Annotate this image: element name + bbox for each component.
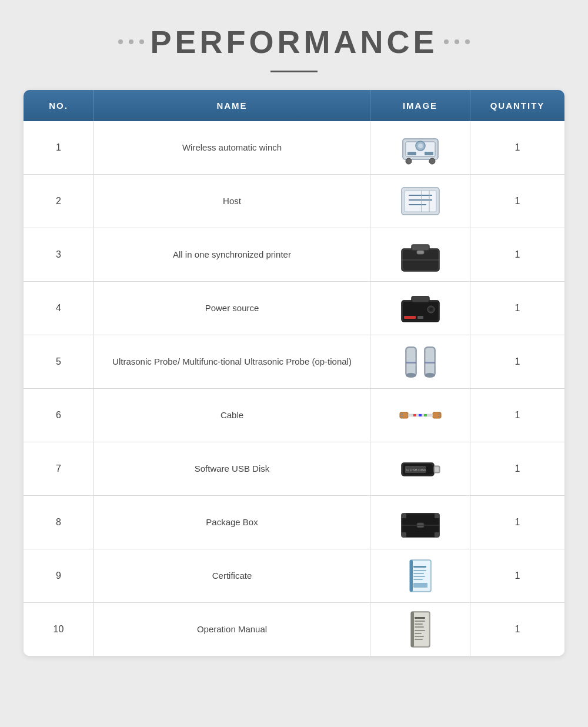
svg-rect-61 [410,560,413,592]
svg-point-2 [406,158,412,164]
cell-image-6 [370,389,470,442]
svg-rect-17 [412,245,429,251]
svg-rect-40 [424,414,427,416]
cell-image-4 [370,282,470,335]
svg-rect-39 [419,414,422,416]
dots-decoration-top: PERFORMANCE [118,24,469,60]
image-printer [397,234,444,275]
cell-qty-3: 1 [470,228,564,281]
table-row: 5 Ultrasonic Probe/ Multifunc-tional Ult… [24,335,564,389]
cell-qty-2: 1 [470,175,564,228]
svg-rect-43 [438,416,440,417]
cell-no-8: 8 [24,496,94,549]
cell-image-7: G USB DISK [370,442,470,495]
svg-rect-53 [402,513,406,518]
table-row: 4 Power source 1 [24,282,564,335]
image-manual [397,609,444,650]
cell-name-4: Power source [94,282,370,335]
cell-no-10: 10 [24,603,94,656]
cell-qty-6: 1 [470,389,564,442]
cell-name-2: Host [94,175,370,228]
cell-qty-10: 1 [470,603,564,656]
svg-point-26 [429,308,433,311]
cell-no-4: 4 [24,282,94,335]
cell-name-1: Wireless automatic winch [94,121,370,174]
svg-rect-75 [415,630,425,631]
cell-no-2: 2 [24,175,94,228]
title-underline [270,71,318,72]
svg-point-32 [425,373,435,378]
svg-rect-78 [415,639,423,640]
cell-no-5: 5 [24,335,94,388]
table-header: NO. NAME IMAGE QUANTITY [24,90,564,121]
svg-rect-7 [425,152,433,155]
cell-image-2 [370,175,470,228]
svg-rect-6 [407,152,416,155]
svg-rect-70 [411,612,414,647]
cell-qty-7: 1 [470,442,564,495]
svg-rect-76 [415,633,422,634]
page-title: PERFORMANCE [150,24,437,60]
svg-rect-23 [404,316,416,319]
image-power [397,288,444,329]
svg-rect-62 [413,566,426,568]
cell-qty-9: 1 [470,549,564,602]
svg-rect-65 [413,576,425,577]
cell-no-3: 3 [24,228,94,281]
dot-2 [129,39,133,44]
dot-6 [465,39,470,44]
svg-rect-67 [413,583,427,588]
cell-name-6: Cable [94,389,370,442]
svg-point-5 [418,144,423,148]
svg-rect-77 [415,636,424,637]
svg-rect-74 [415,626,424,628]
table-row: 3 All in one synchronized printer 1 [24,228,564,282]
col-header-name: NAME [94,90,370,121]
image-winch [397,127,444,168]
svg-rect-9 [405,191,436,212]
svg-text:G USB DISK: G USB DISK [406,468,426,472]
svg-rect-35 [400,412,408,418]
cell-qty-5: 1 [470,335,564,388]
cell-name-9: Certificate [94,549,370,602]
svg-rect-55 [402,532,406,537]
svg-rect-64 [413,573,424,574]
svg-rect-44 [438,413,440,415]
col-header-no: NO. [24,90,94,121]
svg-rect-41 [401,416,403,417]
table-row: 10 Operation Manual [24,603,564,656]
cell-image-5 [370,335,470,388]
svg-rect-56 [435,532,439,537]
cell-image-3 [370,228,470,281]
svg-rect-24 [417,316,423,319]
image-host [397,181,444,222]
cell-qty-1: 1 [470,121,564,174]
svg-point-3 [429,158,435,164]
cell-name-3: All in one synchronized printer [94,228,370,281]
image-certificate [397,555,444,596]
svg-rect-54 [435,513,439,518]
table-row: 8 Package Box 1 [24,496,564,549]
svg-rect-71 [415,617,425,619]
table-row: 7 Software USB Disk G USB DISK 1 [24,442,564,496]
svg-rect-34 [425,362,435,364]
cell-qty-4: 1 [470,282,564,335]
cell-image-1 [370,121,470,174]
cell-no-7: 7 [24,442,94,495]
cell-image-8 [370,496,470,549]
image-usb: G USB DISK [397,448,444,489]
cell-name-10: Operation Manual [94,603,370,656]
dot-1 [118,39,123,44]
svg-point-31 [406,373,416,378]
svg-rect-22 [412,296,429,302]
table-row: 1 Wireless automatic winch 1 [24,121,564,175]
svg-rect-63 [413,570,426,571]
dot-4 [444,39,449,44]
cell-no-6: 6 [24,389,94,442]
svg-rect-66 [413,579,423,580]
svg-rect-38 [413,414,416,416]
dot-3 [139,39,144,44]
svg-rect-33 [406,362,416,364]
image-cable [397,395,444,436]
svg-rect-18 [417,251,424,254]
